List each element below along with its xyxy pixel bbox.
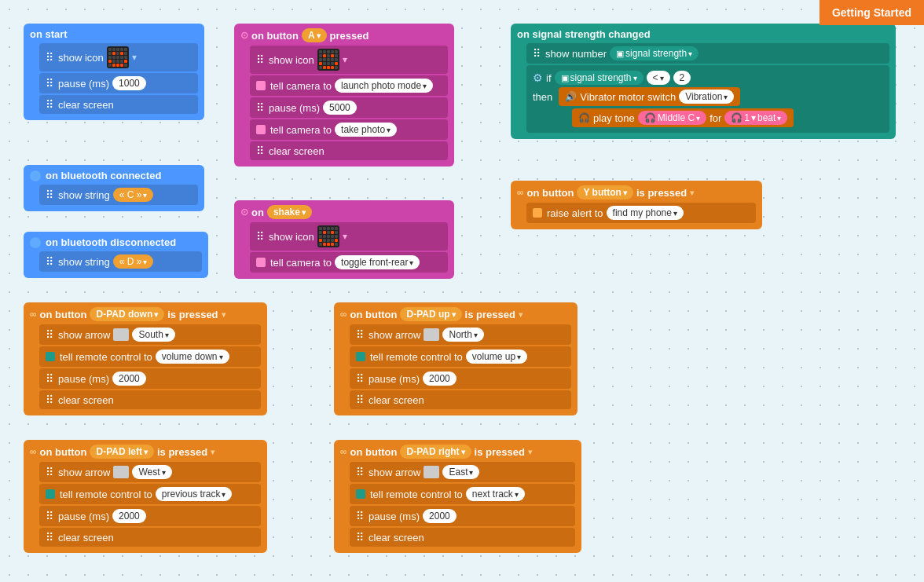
if-signal-value[interactable]: ▣ signal strength — [555, 71, 644, 85]
play-tone-row: 🎧 play tone 🎧 Middle C for 🎧 1 ▾ beat — [533, 108, 883, 127]
pause-value[interactable]: 2000 — [112, 509, 146, 523]
grid-icon: ⠿ — [46, 531, 53, 544]
on-dpad-up-block: ∞ on button D-PAD up is pressed ▾ ⠿ show… — [334, 302, 578, 415]
show-arrow-row: ⠿ show arrow South — [39, 324, 261, 345]
led-display[interactable] — [317, 225, 339, 247]
led-display[interactable] — [107, 46, 129, 68]
btn-a-value[interactable]: A — [302, 28, 327, 42]
headphone-icon: 🎧 — [578, 112, 590, 123]
on-signal-strength-block: on signal strength changed ⠿ show number… — [511, 24, 896, 139]
tell-remote-row: tell remote control to volume up — [350, 346, 571, 367]
pause-value[interactable]: 2000 — [423, 372, 456, 386]
direction-value[interactable]: East — [442, 465, 479, 479]
if-block: ⚙ if ▣ signal strength < 2 then 🔊 Vibrat… — [526, 65, 889, 133]
grid-icon: ⠿ — [356, 466, 364, 478]
if-row: ⚙ if ▣ signal strength < 2 — [533, 71, 883, 85]
string-value[interactable]: « D » — [113, 254, 154, 269]
camera-icon — [256, 81, 266, 90]
clear-screen-row: ⠿ clear screen — [39, 390, 261, 409]
on-button-a-block: ⊙ on button A pressed ⠿ show icon ▾ tell… — [234, 24, 454, 167]
on-button-y-block: ∞ on button Y button is pressed ▾ raise … — [511, 181, 762, 229]
button-a-header: ⊙ on button A pressed — [240, 28, 448, 42]
remote-icon — [46, 489, 55, 499]
shake-value[interactable]: shake — [267, 205, 312, 219]
grid-icon: ⠿ — [356, 531, 364, 544]
dpad-left-btn[interactable]: D-PAD left — [90, 445, 153, 459]
volume-up-value[interactable]: volume up — [466, 350, 527, 364]
comparison-op[interactable]: < — [647, 71, 670, 85]
led-display[interactable] — [317, 49, 339, 71]
grid-icon: ⠿ — [256, 145, 264, 157]
tell-remote-row: tell remote control to previous track — [39, 484, 261, 504]
pause-value[interactable]: 5000 — [323, 101, 357, 115]
grid-icon: ⠿ — [46, 510, 53, 522]
dpad-right-btn[interactable]: D-PAD right — [400, 445, 471, 459]
pause-value[interactable]: 2000 — [112, 372, 146, 386]
arrow-image — [113, 466, 129, 478]
dpad-left-header: ∞ on button D-PAD left is pressed ▾ — [30, 445, 261, 459]
direction-value[interactable]: South — [132, 328, 174, 342]
camera-icon — [256, 258, 266, 267]
grid-icon: ⠿ — [256, 230, 264, 243]
show-icon-row: ⠿ show icon ▾ — [250, 46, 448, 74]
clear-screen-row: ⠿ clear screen — [350, 528, 575, 547]
show-arrow-row: ⠿ show arrow East — [350, 462, 575, 482]
on-start-header: on start — [30, 28, 198, 40]
take-photo-value[interactable]: take photo — [335, 123, 397, 137]
show-arrow-row: ⠿ show arrow North — [350, 324, 571, 345]
on-start-block: on start ⠿ show icon ▾ ⠿ pause (ms) 1000… — [24, 24, 204, 120]
show-string-row: ⠿ show string « D » — [39, 251, 202, 272]
find-phone-value[interactable]: find my phone — [607, 206, 684, 220]
direction-value[interactable]: West — [132, 465, 171, 479]
signal-strength-header: on signal strength changed — [517, 28, 889, 40]
string-value[interactable]: « C » — [113, 188, 154, 202]
remote-icon — [356, 352, 365, 361]
dpad-up-btn[interactable]: D-PAD up — [400, 307, 461, 321]
btn-y-value[interactable]: Y button — [577, 185, 632, 199]
on-dpad-down-block: ∞ on button D-PAD down is pressed ▾ ⠿ sh… — [24, 302, 267, 415]
volume-down-value[interactable]: volume down — [156, 350, 229, 364]
signal-strength-value[interactable]: ▣ signal strength — [610, 46, 698, 60]
tell-camera-1-row: tell camera to launch photo mode — [250, 75, 448, 96]
raise-alert-row: raise alert to find my phone — [526, 203, 756, 223]
grid-icon: ⠿ — [46, 189, 53, 201]
vibrator-icon: 🔊 — [565, 91, 577, 102]
grid-icon: ⠿ — [46, 328, 53, 341]
play-tone-inner: 🎧 play tone 🎧 Middle C for 🎧 1 ▾ beat — [572, 108, 794, 127]
grid-icon: ⠿ — [256, 101, 264, 114]
vibration-value[interactable]: Vibration — [679, 90, 734, 104]
grid-icon: ⠿ — [256, 53, 264, 66]
comparison-val[interactable]: 2 — [673, 71, 691, 85]
tell-remote-row: tell remote control to volume down — [39, 346, 261, 367]
dpad-right-header: ∞ on button D-PAD right is pressed ▾ — [340, 445, 575, 459]
tone-value[interactable]: 🎧 Middle C — [638, 111, 706, 125]
grid-icon: ⠿ — [46, 255, 53, 268]
alert-icon — [533, 208, 542, 218]
grid-icon: ⠿ — [46, 393, 53, 406]
bluetooth-icon — [30, 237, 41, 248]
on-dpad-left-block: ∞ on button D-PAD left is pressed ▾ ⠿ sh… — [24, 440, 267, 553]
prev-track-value[interactable]: previous track — [156, 487, 233, 501]
launch-photo-value[interactable]: launch photo mode — [335, 79, 433, 93]
tell-camera-2-row: tell camera to take photo — [250, 119, 448, 140]
show-string-row: ⠿ show string « C » — [39, 185, 198, 205]
next-track-value[interactable]: next track — [466, 487, 525, 501]
toggle-value[interactable]: toggle front-rear — [335, 255, 420, 269]
pause-value[interactable]: 1000 — [112, 76, 146, 90]
direction-value[interactable]: North — [442, 328, 483, 342]
remote-icon — [46, 352, 55, 361]
beat-value[interactable]: 🎧 1 ▾ beat — [724, 111, 787, 125]
pause-row: ⠿ pause (ms) 2000 — [39, 506, 261, 526]
on-dpad-right-block: ∞ on button D-PAD right is pressed ▾ ⠿ s… — [334, 440, 581, 553]
show-icon-row: ⠿ show icon ▾ — [39, 43, 198, 71]
dpad-down-btn[interactable]: D-PAD down — [90, 307, 164, 321]
clear-screen-row: ⠿ clear screen — [39, 95, 198, 114]
camera-icon — [256, 125, 266, 134]
pause-row: ⠿ pause (ms) 2000 — [350, 506, 575, 526]
clear-screen-row: ⠿ clear screen — [350, 390, 571, 409]
getting-started-button[interactable]: Getting Started — [820, 0, 924, 25]
grid-icon: ⠿ — [356, 328, 364, 341]
pause-value[interactable]: 2000 — [423, 509, 456, 523]
on-bt-connected-block: on bluetooth connected ⠿ show string « C… — [24, 165, 204, 211]
grid-icon: ⠿ — [533, 47, 541, 60]
